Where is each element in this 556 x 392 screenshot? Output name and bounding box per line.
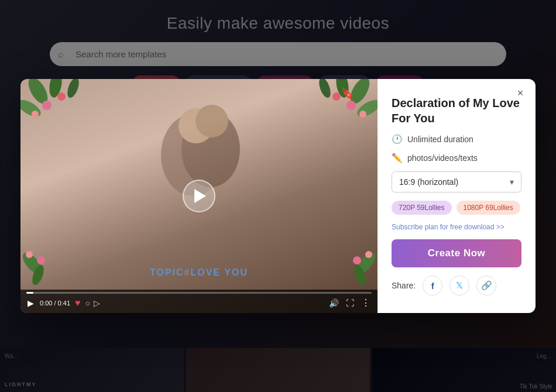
mute-button[interactable]: 🔊: [328, 298, 340, 308]
play-button[interactable]: [183, 180, 215, 212]
twitter-icon: 𝕏: [456, 280, 463, 291]
svg-point-25: [195, 105, 228, 137]
comment-icon[interactable]: ○: [85, 298, 90, 308]
quality-1080-button[interactable]: 1080P 69Lollies: [457, 201, 520, 215]
play-pause-button[interactable]: ▶: [26, 298, 35, 308]
share-twitter-button[interactable]: 𝕏: [449, 276, 469, 295]
subscribe-link[interactable]: Subscribe plan for free download >>: [392, 223, 521, 231]
video-section: 🔖 TOPIC#LOVE YOU ▶ 0:00: [20, 79, 377, 313]
quality-row: 720P 59Lollies 1080P 69Lollies: [392, 201, 521, 215]
svg-point-3: [42, 101, 52, 110]
more-options-button[interactable]: ⋮: [360, 297, 372, 308]
facebook-icon: f: [431, 281, 434, 291]
svg-point-5: [57, 92, 66, 101]
right-panel: Declaration of My Love For You 🕐 Unlimit…: [377, 79, 536, 313]
clock-icon: 🕐: [392, 134, 403, 145]
couple-silhouette: [111, 97, 287, 260]
modal-dialog: ×: [20, 79, 536, 313]
floral-bl-icon: [20, 216, 91, 287]
controls-row: ▶ 0:00 / 0:41 ♥ ○ ▷ 🔊 ⛶: [26, 297, 372, 308]
svg-point-20: [37, 256, 45, 264]
modal-overlay: ×: [0, 0, 556, 392]
share-label: Share:: [392, 281, 416, 290]
media-label: photos/videos/texts: [407, 153, 478, 163]
link-icon: 🔗: [481, 280, 492, 291]
share-row: Share: f 𝕏 🔗: [392, 276, 521, 295]
svg-point-13: [317, 79, 332, 99]
chevron-down-icon: ▾: [510, 177, 514, 187]
share-icon[interactable]: ▷: [94, 298, 100, 308]
svg-point-10: [346, 101, 356, 110]
close-button[interactable]: ×: [513, 86, 527, 100]
create-now-button[interactable]: Create Now: [392, 239, 521, 267]
svg-point-17: [365, 251, 372, 258]
svg-point-21: [26, 251, 33, 258]
fullscreen-button[interactable]: ⛶: [345, 298, 355, 308]
bookmark-icon[interactable]: 🔖: [341, 87, 354, 100]
video-container: 🔖 TOPIC#LOVE YOU ▶ 0:00: [20, 79, 377, 313]
video-title: Declaration of My Love For You: [392, 95, 521, 126]
svg-point-4: [32, 111, 39, 118]
play-triangle-icon: [194, 189, 206, 203]
svg-point-16: [353, 256, 361, 264]
svg-point-11: [359, 111, 366, 118]
video-controls: ▶ 0:00 / 0:41 ♥ ○ ▷ 🔊 ⛶: [20, 290, 377, 313]
svg-point-6: [65, 79, 81, 99]
aspect-ratio-dropdown[interactable]: 16:9 (horizontal) ▾: [392, 171, 521, 192]
duration-label: Unlimited duration: [407, 135, 473, 144]
duration-feature: 🕐 Unlimited duration: [392, 134, 521, 145]
topic-text: TOPIC#LOVE YOU: [150, 267, 248, 278]
floral-br-icon: [307, 216, 377, 287]
media-feature: ✏️ photos/videos/texts: [392, 153, 521, 163]
progress-fill: [26, 292, 33, 294]
pencil-icon: ✏️: [392, 153, 403, 163]
social-icons-video: ○ ▷: [85, 298, 100, 308]
aspect-ratio-value: 16:9 (horizontal): [399, 177, 458, 187]
svg-point-12: [332, 92, 341, 101]
time-display: 0:00 / 0:41: [40, 300, 70, 307]
heart-icon[interactable]: ♥: [75, 298, 81, 308]
progress-bar[interactable]: [26, 292, 372, 294]
share-facebook-button[interactable]: f: [423, 276, 442, 295]
quality-720-button[interactable]: 720P 59Lollies: [392, 201, 452, 215]
share-link-button[interactable]: 🔗: [476, 276, 496, 295]
